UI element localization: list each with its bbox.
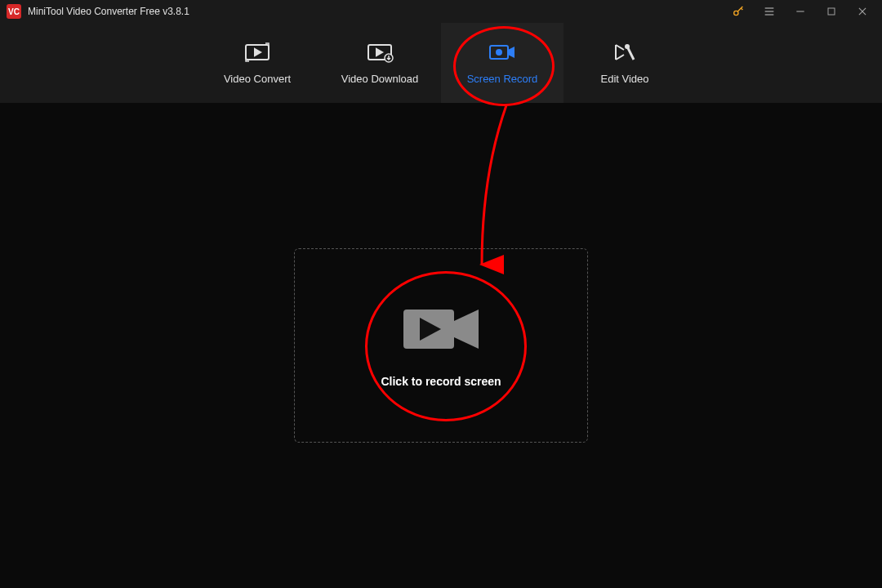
app-title: MiniTool Video Converter Free v3.8.1 [28,6,730,17]
camera-icon [400,303,482,359]
dropzone-label: Click to record screen [381,375,501,388]
window-controls [730,3,875,20]
svg-rect-5 [828,8,835,15]
nav-label: Screen Record [467,73,538,85]
titlebar: VC MiniTool Video Converter Free v3.8.1 [0,0,882,23]
convert-icon [243,42,271,63]
svg-point-15 [626,45,629,48]
maximize-button[interactable] [823,3,840,20]
record-screen-dropzone[interactable]: Click to record screen [294,248,588,443]
svg-point-14 [497,50,501,55]
nav-label: Edit Video [600,73,648,85]
minimize-button[interactable] [792,3,808,20]
nav-edit-video[interactable]: Edit Video [564,23,686,103]
svg-marker-9 [255,49,261,56]
nav-video-download[interactable]: Video Download [318,23,441,103]
svg-point-0 [734,11,738,15]
nav-label: Video Download [341,73,418,85]
close-button[interactable] [854,3,871,20]
key-icon[interactable] [730,3,746,20]
content-area: Click to record screen [0,103,882,588]
nav-label: Video Convert [224,73,291,85]
nav-video-convert[interactable]: Video Convert [196,23,318,103]
menu-icon[interactable] [761,3,777,20]
svg-marker-11 [376,49,382,56]
download-icon [366,42,394,63]
screen-record-icon [488,42,516,63]
nav-screen-record[interactable]: Screen Record [441,23,564,103]
edit-icon [611,42,639,63]
top-nav: Video Convert Video Download Screen Reco… [0,23,882,103]
app-logo-icon: VC [7,4,21,19]
